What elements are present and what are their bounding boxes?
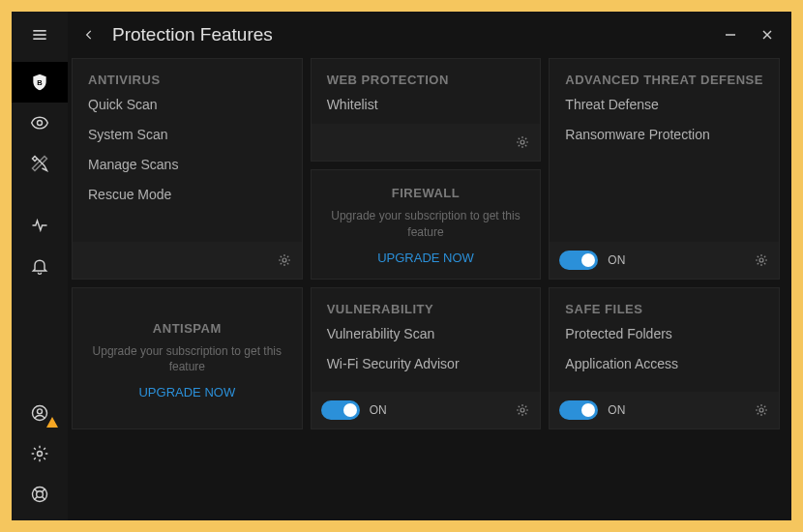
atd-toggle[interactable]	[559, 251, 598, 270]
svg-point-6	[38, 409, 43, 414]
toggle-label: ON	[608, 403, 625, 417]
svg-point-21	[759, 408, 763, 412]
card-antispam: ANTISPAM Upgrade your subscription to ge…	[72, 287, 303, 430]
minimize-button[interactable]	[712, 19, 749, 50]
svg-point-17	[283, 258, 286, 262]
card-title: VULNERABILITY	[312, 288, 541, 326]
card-safe-files: SAFE FILES Protected Folders Application…	[549, 287, 780, 430]
svg-line-10	[34, 488, 37, 491]
safe-application-access[interactable]: Application Access	[565, 356, 763, 371]
card-title: ANTIVIRUS	[73, 59, 302, 97]
antivirus-settings-button[interactable]	[277, 252, 292, 268]
close-button[interactable]	[749, 19, 786, 50]
warning-badge-icon	[46, 417, 58, 428]
sidebar-item-protection[interactable]: B	[12, 62, 68, 103]
svg-line-11	[43, 497, 45, 500]
web-whitelist[interactable]: Whitelist	[327, 97, 525, 112]
svg-point-4	[38, 121, 43, 126]
sidebar-item-privacy[interactable]	[12, 103, 68, 143]
card-title: ANTISPAM	[153, 321, 222, 336]
svg-line-13	[34, 497, 37, 500]
atd-ransomware-protection[interactable]: Ransomware Protection	[565, 127, 763, 142]
sidebar: B	[12, 12, 68, 520]
card-antivirus: ANTIVIRUS Quick Scan System Scan Manage …	[72, 58, 303, 280]
sidebar-item-activity[interactable]	[12, 205, 68, 246]
vuln-wifi-advisor[interactable]: Wi-Fi Security Advisor	[327, 356, 525, 371]
sidebar-item-tools[interactable]	[12, 143, 68, 184]
toggle-label: ON	[608, 253, 625, 267]
vuln-settings-button[interactable]	[515, 402, 530, 418]
antivirus-manage-scans[interactable]: Manage Scans	[88, 157, 286, 172]
safe-toggle[interactable]	[559, 400, 598, 420]
antivirus-system-scan[interactable]: System Scan	[88, 127, 286, 142]
vuln-scan[interactable]: Vulnerability Scan	[327, 326, 525, 341]
card-advanced-threat-defense: ADVANCED THREAT DEFENSE Threat Defense R…	[549, 58, 780, 280]
web-settings-button[interactable]	[515, 134, 530, 150]
safe-settings-button[interactable]	[754, 402, 769, 418]
titlebar: Protection Features	[68, 12, 791, 58]
firewall-upgrade-link[interactable]: UPGRADE NOW	[377, 251, 474, 265]
sidebar-item-account[interactable]	[12, 393, 68, 433]
feature-grid: ANTIVIRUS Quick Scan System Scan Manage …	[68, 58, 791, 520]
sidebar-item-settings[interactable]	[12, 433, 68, 474]
app-window: B Protection	[12, 12, 791, 520]
vuln-toggle[interactable]	[321, 400, 360, 420]
card-firewall: FIREWALL Upgrade your subscription to ge…	[311, 169, 542, 280]
antispam-upgrade-link[interactable]: UPGRADE NOW	[138, 385, 235, 399]
svg-point-7	[38, 452, 43, 457]
svg-text:B: B	[37, 78, 43, 87]
card-title: SAFE FILES	[550, 288, 779, 326]
card-title: FIREWALL	[392, 186, 460, 200]
main-area: Protection Features ANTIVIRUS Quick Scan…	[68, 12, 791, 520]
upgrade-subtitle: Upgrade your subscription to get this fe…	[90, 343, 284, 376]
antivirus-quick-scan[interactable]: Quick Scan	[88, 97, 286, 112]
back-button[interactable]	[74, 19, 104, 50]
card-vulnerability: VULNERABILITY Vulnerability Scan Wi-Fi S…	[311, 287, 542, 430]
card-title: WEB PROTECTION	[312, 59, 541, 97]
atd-settings-button[interactable]	[754, 252, 769, 268]
menu-button[interactable]	[12, 15, 68, 54]
svg-point-9	[37, 491, 44, 498]
antivirus-rescue-mode[interactable]: Rescue Mode	[88, 187, 286, 202]
sidebar-item-notifications[interactable]	[12, 246, 68, 286]
page-title: Protection Features	[112, 24, 273, 45]
card-web-protection: WEB PROTECTION Whitelist	[311, 58, 542, 162]
card-title: ADVANCED THREAT DEFENSE	[550, 59, 779, 97]
atd-threat-defense[interactable]: Threat Defense	[565, 97, 763, 112]
toggle-label: ON	[370, 403, 387, 417]
svg-line-12	[43, 488, 45, 491]
safe-protected-folders[interactable]: Protected Folders	[565, 326, 763, 341]
sidebar-item-support[interactable]	[12, 474, 68, 515]
svg-point-19	[759, 258, 763, 262]
upgrade-subtitle: Upgrade your subscription to get this fe…	[329, 208, 523, 241]
svg-point-18	[520, 140, 524, 144]
svg-point-20	[520, 408, 524, 412]
